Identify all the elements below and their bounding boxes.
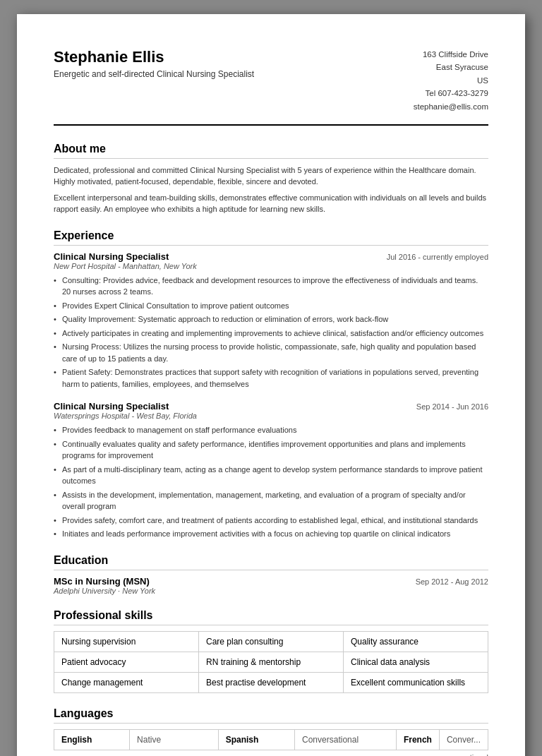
bullet: Provides Expert Clinical Consultation to… [54,300,488,312]
edu-header: MSc in Nursing (MSN) Sep 2012 - Aug 2012 [54,576,488,587]
languages-section: Languages English Native Spanish Convers… [54,707,488,756]
header-left: Stephanie Ellis Energetic and self-direc… [54,48,254,79]
bullet: Provides feedback to management on staff… [54,424,488,436]
job-2-header: Clinical Nursing Specialist Sep 2014 - J… [54,401,488,412]
lang-level: Native [130,729,219,750]
lang-extra: sational [54,753,488,756]
skills-table: Nursing supervision Care plan consulting… [54,631,488,693]
bullet: Assists in the development, implementati… [54,489,488,512]
address-line1: 163 Cliffside Drive [414,48,488,61]
lang-name: English [54,729,130,750]
job-1-bullets: Consulting: Provides advice, feedback an… [54,275,488,390]
education-section: Education MSc in Nursing (MSN) Sep 2012 … [54,554,488,595]
job-1: Clinical Nursing Specialist Jul 2016 - c… [54,251,488,390]
lang-name: Spanish [218,729,294,750]
skills-section: Professional skills Nursing supervision … [54,609,488,693]
job-2: Clinical Nursing Specialist Sep 2014 - J… [54,401,488,540]
experience-title: Experience [54,229,488,246]
job-2-dates: Sep 2014 - Jun 2016 [416,402,488,411]
address-line3: US [414,74,488,87]
bullet: Provides safety, comfort care, and treat… [54,515,488,527]
skill-cell: Best practise development [199,672,344,692]
candidate-subtitle: Energetic and self-directed Clinical Nur… [54,69,254,79]
skills-title: Professional skills [54,609,488,625]
candidate-name: Stephanie Ellis [54,48,254,66]
skill-cell: Care plan consulting [199,631,344,652]
job-1-company: New Port Hospital - Manhattan, New York [54,262,488,270]
skill-cell: Patient advocacy [54,652,199,672]
address-line2: East Syracuse [414,61,488,73]
skill-cell: Nursing supervision [54,631,199,652]
bullet: As part of a multi-disciplinary team, ac… [54,464,488,487]
email: stephanie@ellis.com [414,100,488,113]
lang-level: Conver... [439,729,488,750]
bullet: Actively participates in creating and im… [54,328,488,340]
skills-row-3: Change management Best practise developm… [54,672,488,692]
bullet: Quality Improvement: Systematic approach… [54,313,488,325]
job-2-bullets: Provides feedback to management on staff… [54,424,488,540]
edu-institution: Adelphi University · New York [54,587,488,595]
job-1-dates: Jul 2016 - currently employed [387,253,488,261]
bullet: Patient Safety: Demonstrates practices t… [54,366,488,390]
about-section: About me Dedicated, professional and com… [54,143,488,215]
skill-cell: RN training & mentorship [199,652,344,672]
header: Stephanie Ellis Energetic and self-direc… [54,48,488,126]
bullet: Nursing Process: Utilizes the nursing pr… [54,341,488,364]
about-title: About me [54,143,488,159]
skill-cell: Clinical data analysis [344,652,488,672]
lang-name: French [396,729,439,750]
skill-cell: Excellent communication skills [344,672,488,692]
header-right: 163 Cliffside Drive East Syracuse US Tel… [414,48,488,113]
job-2-title: Clinical Nursing Specialist [54,401,169,412]
phone: Tel 607-423-3279 [414,87,488,100]
resume-page: Stephanie Ellis Energetic and self-direc… [17,14,525,756]
lang-row: English Native Spanish Conversational Fr… [54,729,488,750]
skills-row-1: Nursing supervision Care plan consulting… [54,631,488,652]
job-1-title: Clinical Nursing Specialist [54,251,169,262]
languages-title: Languages [54,707,488,724]
skills-row-2: Patient advocacy RN training & mentorshi… [54,652,488,672]
about-para1: Dedicated, professional and committed Cl… [54,164,488,188]
job-2-company: Watersprings Hospital - West Bay, Florid… [54,412,488,420]
bullet: Continually evaluates quality and safety… [54,438,488,462]
job-1-header: Clinical Nursing Specialist Jul 2016 - c… [54,251,488,262]
education-title: Education [54,554,488,570]
languages-table: English Native Spanish Conversational Fr… [54,729,488,750]
skill-cell: Change management [54,672,199,692]
experience-section: Experience Clinical Nursing Specialist J… [54,229,488,540]
bullet: Initiates and leads performance improvem… [54,528,488,540]
skill-cell: Quality assurance [344,631,488,652]
bullet: Consulting: Provides advice, feedback an… [54,275,488,298]
about-para2: Excellent interpersonal and team-buildin… [54,192,488,215]
edu-dates: Sep 2012 - Aug 2012 [416,577,488,586]
lang-level: Conversational [295,729,397,750]
edu-degree: MSc in Nursing (MSN) [54,576,150,587]
